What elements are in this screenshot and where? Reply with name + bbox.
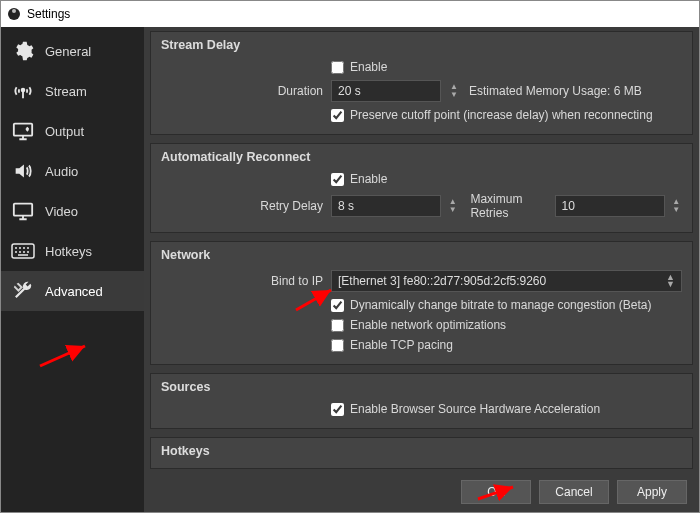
settings-window: Settings General Stream Output (0, 0, 700, 513)
enable-reconnect-checkbox[interactable] (331, 173, 344, 186)
bind-ip-value: [Ethernet 3] fe80::2d77:905d:2cf5:9260 (338, 274, 546, 288)
checkbox-label: Enable network optimizations (350, 318, 506, 332)
sidebar-item-output[interactable]: Output (1, 111, 144, 151)
sidebar-item-video[interactable]: Video (1, 191, 144, 231)
wrench-icon (11, 279, 35, 303)
bind-ip-label: Bind to IP (161, 274, 331, 288)
sidebar-item-stream[interactable]: Stream (1, 71, 144, 111)
sidebar-item-label: Output (45, 124, 84, 139)
checkbox-label: Enable TCP pacing (350, 338, 453, 352)
checkbox-label: Enable (350, 60, 387, 74)
panel-stream-delay: Stream Delay Enable Duration ▲▼ (150, 31, 693, 135)
max-retries-label: Maximum Retries (470, 192, 546, 220)
browser-hwaccel-checkbox[interactable] (331, 403, 344, 416)
retry-delay-input[interactable] (331, 195, 441, 217)
speaker-icon (11, 159, 35, 183)
bind-ip-select[interactable]: [Ethernet 3] fe80::2d77:905d:2cf5:9260 ▲… (331, 270, 682, 292)
sidebar-item-label: Stream (45, 84, 87, 99)
antenna-icon (11, 79, 35, 103)
panel-sources: Sources Enable Browser Source Hardware A… (150, 373, 693, 429)
cancel-button[interactable]: Cancel (539, 480, 609, 504)
panel-title: Sources (161, 380, 682, 394)
svg-rect-5 (12, 244, 34, 258)
ok-button[interactable]: OK (461, 480, 531, 504)
panel-network: Network Bind to IP [Ethernet 3] fe80::2d… (150, 241, 693, 365)
app-icon (7, 7, 21, 21)
tcp-pacing-checkbox[interactable] (331, 339, 344, 352)
sidebar-item-label: Audio (45, 164, 78, 179)
duration-label: Duration (161, 84, 331, 98)
panel-title: Network (161, 248, 682, 262)
duration-spinner[interactable]: ▲▼ (447, 80, 461, 102)
panel-title: Stream Delay (161, 38, 682, 52)
retry-delay-label: Retry Delay (161, 199, 331, 213)
checkbox-label: Enable (350, 172, 387, 186)
preserve-cutoff-checkbox[interactable] (331, 109, 344, 122)
panel-title: Automatically Reconnect (161, 150, 682, 164)
sidebar-item-label: Video (45, 204, 78, 219)
network-optimizations-checkbox[interactable] (331, 319, 344, 332)
svg-rect-4 (14, 204, 32, 216)
titlebar: Settings (1, 1, 699, 27)
panel-title: Hotkeys (161, 444, 682, 458)
retry-delay-spinner[interactable]: ▲▼ (447, 195, 458, 217)
sidebar-item-hotkeys[interactable]: Hotkeys (1, 231, 144, 271)
window-title: Settings (27, 7, 70, 21)
panel-auto-reconnect: Automatically Reconnect Enable Retry Del… (150, 143, 693, 233)
sidebar-item-audio[interactable]: Audio (1, 151, 144, 191)
svg-rect-3 (14, 124, 32, 136)
sidebar-item-label: Advanced (45, 284, 103, 299)
gear-icon (11, 39, 35, 63)
svg-point-1 (12, 9, 16, 13)
apply-button[interactable]: Apply (617, 480, 687, 504)
dynamic-bitrate-checkbox[interactable] (331, 299, 344, 312)
panel-hotkeys: Hotkeys (150, 437, 693, 469)
monitor-icon (11, 199, 35, 223)
keyboard-icon (11, 239, 35, 263)
sidebar: General Stream Output Audio (1, 27, 144, 512)
sidebar-item-label: General (45, 44, 91, 59)
checkbox-label: Enable Browser Source Hardware Accelerat… (350, 402, 600, 416)
max-retries-spinner[interactable]: ▲▼ (671, 195, 682, 217)
max-retries-input[interactable] (555, 195, 665, 217)
footer: OK Cancel Apply (144, 472, 699, 512)
checkbox-label: Preserve cutoff point (increase delay) w… (350, 108, 653, 122)
checkbox-label: Dynamically change bitrate to manage con… (350, 298, 652, 312)
monitor-arrow-icon (11, 119, 35, 143)
sidebar-item-general[interactable]: General (1, 31, 144, 71)
sidebar-item-advanced[interactable]: Advanced (1, 271, 144, 311)
chevron-updown-icon: ▲▼ (666, 274, 675, 288)
content-area: Stream Delay Enable Duration ▲▼ (144, 27, 699, 512)
duration-input[interactable] (331, 80, 441, 102)
enable-stream-delay-checkbox[interactable] (331, 61, 344, 74)
memory-usage-label: Estimated Memory Usage: 6 MB (469, 84, 642, 98)
sidebar-item-label: Hotkeys (45, 244, 92, 259)
